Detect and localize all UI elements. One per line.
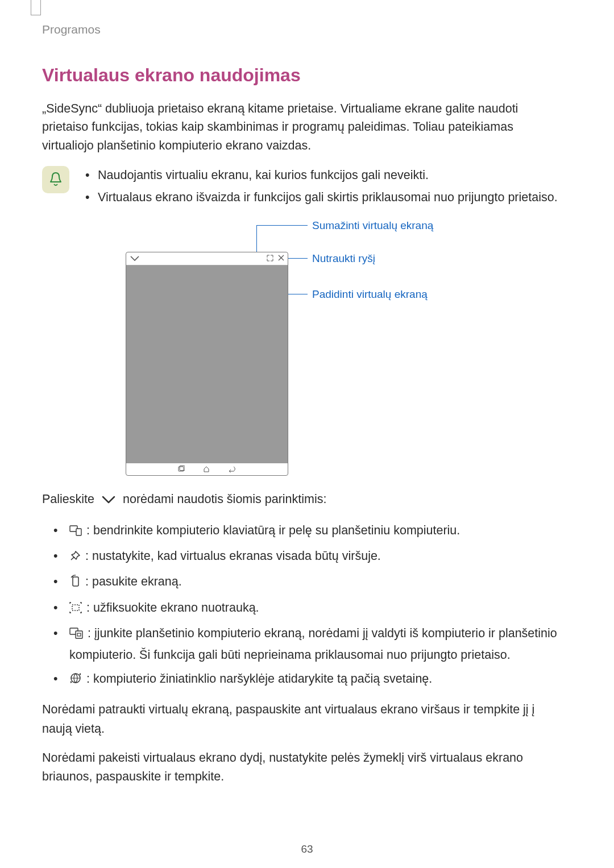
- pin-icon: [69, 548, 81, 567]
- option-text: : įjunkite planšetinio kompiuterio ekran…: [69, 626, 557, 661]
- option-share-keyboard: : bendrinkite kompiuterio klaviatūrą ir …: [53, 521, 562, 542]
- breadcrumb: Programos: [42, 23, 562, 36]
- tablet-navbar: [126, 463, 288, 476]
- option-text: : bendrinkite kompiuterio klaviatūrą ir …: [86, 524, 460, 537]
- option-text: : pasukite ekraną.: [85, 575, 182, 588]
- section-title: Virtualaus ekrano naudojimas: [42, 65, 562, 86]
- tap-instruction: Palieskite norėdami naudotis šiomis pari…: [42, 490, 562, 510]
- recent-apps-icon: [178, 466, 185, 474]
- rotate-icon: [69, 574, 81, 593]
- close-x-icon: [278, 255, 284, 263]
- tab-mark: [31, 0, 41, 15]
- chevron-down-icon: [130, 255, 140, 263]
- option-always-on-top: : nustatykite, kad virtualus ekranas vis…: [53, 546, 562, 567]
- tap-prefix: Palieskite: [42, 492, 94, 506]
- info-box: Naudojantis virtualiu ekranu, kai kurios…: [42, 166, 562, 211]
- option-text: : užfiksuokite ekrano nuotrauką.: [86, 601, 259, 614]
- option-text: : kompiuterio žiniatinklio naršyklėje at…: [86, 672, 432, 686]
- page-number: 63: [0, 843, 614, 855]
- tap-suffix: norėdami naudotis šiomis parinktimis:: [123, 492, 326, 506]
- options-list: : bendrinkite kompiuterio klaviatūrą ir …: [53, 521, 562, 691]
- resize-paragraph: Norėdami pakeisti virtualaus ekrano dydį…: [42, 749, 562, 787]
- info-note: Virtualaus ekrano išvaizda ir funkcijos …: [85, 188, 558, 207]
- option-enable-tablet-screen: : įjunkite planšetinio kompiuterio ekran…: [53, 624, 562, 665]
- expand-arrows-icon: [267, 255, 273, 263]
- drag-paragraph: Norėdami patraukti virtualų ekraną, pasp…: [42, 700, 562, 738]
- option-open-web: : kompiuterio žiniatinklio naršyklėje at…: [53, 669, 562, 690]
- info-icon-box: [42, 166, 69, 193]
- option-text: : nustatykite, kad virtualus ekranas vis…: [85, 549, 381, 563]
- virtual-screen-diagram: Sumažinti virtualų ekraną Nutraukti ryšį…: [31, 225, 573, 475]
- tablet-screen-icon: [69, 625, 83, 645]
- option-rotate: : pasukite ekraną.: [53, 572, 562, 593]
- screenshot-icon: [69, 600, 82, 619]
- info-notes-list: Naudojantis virtualiu ekranu, kai kurios…: [85, 166, 558, 211]
- svg-rect-7: [76, 631, 82, 638]
- virtual-tablet-frame: [126, 252, 288, 476]
- callout-minimize: Sumažinti virtualų ekraną: [312, 219, 433, 232]
- svg-rect-4: [73, 577, 78, 586]
- svg-rect-3: [76, 529, 81, 535]
- home-icon: [203, 466, 210, 474]
- svg-rect-5: [72, 605, 79, 610]
- chevron-down-icon: [101, 491, 116, 510]
- info-note: Naudojantis virtualiu ekranu, kai kurios…: [85, 166, 558, 185]
- share-device-icon: [69, 522, 82, 542]
- option-screenshot: : užfiksuokite ekrano nuotrauką.: [53, 598, 562, 619]
- tablet-topbar: [126, 252, 288, 265]
- globe-sync-icon: [69, 671, 82, 690]
- callout-maximize: Padidinti virtualų ekraną: [312, 288, 428, 301]
- intro-paragraph: „SideSync“ dubliuoja prietaiso ekraną ki…: [42, 99, 562, 155]
- tablet-screen-body: [126, 265, 288, 463]
- back-icon: [228, 466, 236, 474]
- bell-icon: [49, 172, 63, 188]
- callout-close: Nutraukti ryšį: [312, 252, 375, 265]
